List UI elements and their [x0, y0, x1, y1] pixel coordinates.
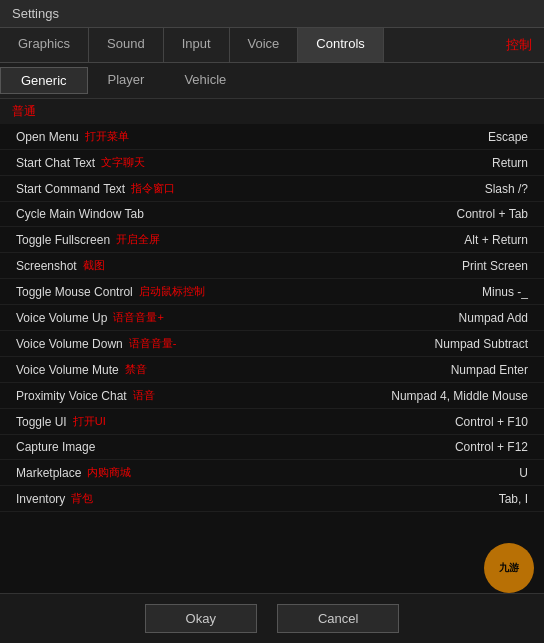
footer-buttons: Okay Cancel [0, 593, 544, 643]
bindings-container[interactable]: Open Menu打开菜单EscapeStart Chat Text文字聊天Re… [0, 124, 544, 614]
binding-action-11: Toggle UI打开UI [16, 414, 106, 429]
tab-controls[interactable]: Controls [298, 28, 383, 62]
binding-action-zh-2: 指令窗口 [131, 181, 175, 196]
binding-action-4: Toggle Fullscreen开启全屏 [16, 232, 160, 247]
binding-key-8: Numpad Subtract [435, 337, 528, 351]
binding-row-3[interactable]: Cycle Main Window TabControl + Tab [0, 202, 544, 227]
binding-row-9[interactable]: Voice Volume Mute禁音Numpad Enter [0, 357, 544, 383]
binding-action-zh-14: 背包 [71, 491, 93, 506]
binding-action-label-1: Start Chat Text [16, 156, 95, 170]
binding-key-0: Escape [488, 130, 528, 144]
binding-action-1: Start Chat Text文字聊天 [16, 155, 145, 170]
binding-action-8: Voice Volume Down语音音量- [16, 336, 176, 351]
binding-row-8[interactable]: Voice Volume Down语音音量-Numpad Subtract [0, 331, 544, 357]
binding-action-label-13: Marketplace [16, 466, 81, 480]
binding-action-zh-0: 打开菜单 [85, 129, 129, 144]
binding-action-label-8: Voice Volume Down [16, 337, 123, 351]
binding-row-11[interactable]: Toggle UI打开UIControl + F10 [0, 409, 544, 435]
sub-tabs-row: GenericPlayerVehicle [0, 63, 544, 99]
binding-key-7: Numpad Add [459, 311, 528, 325]
binding-action-label-9: Voice Volume Mute [16, 363, 119, 377]
binding-row-0[interactable]: Open Menu打开菜单Escape [0, 124, 544, 150]
window-title: Settings [12, 6, 59, 21]
cancel-button[interactable]: Cancel [277, 604, 399, 633]
binding-row-12[interactable]: Capture ImageControl + F12 [0, 435, 544, 460]
binding-row-14[interactable]: Inventory背包Tab, I [0, 486, 544, 512]
binding-action-zh-5: 截图 [83, 258, 105, 273]
tab-input[interactable]: Input [164, 28, 230, 62]
binding-key-3: Control + Tab [457, 207, 529, 221]
binding-action-zh-7: 语音音量+ [113, 310, 163, 325]
binding-key-10: Numpad 4, Middle Mouse [391, 389, 528, 403]
okay-button[interactable]: Okay [145, 604, 257, 633]
binding-key-14: Tab, I [499, 492, 528, 506]
binding-action-13: Marketplace内购商城 [16, 465, 131, 480]
binding-action-label-5: Screenshot [16, 259, 77, 273]
tab-voice[interactable]: Voice [230, 28, 299, 62]
binding-row-10[interactable]: Proximity Voice Chat语音Numpad 4, Middle M… [0, 383, 544, 409]
binding-action-label-11: Toggle UI [16, 415, 67, 429]
binding-action-10: Proximity Voice Chat语音 [16, 388, 155, 403]
binding-key-5: Print Screen [462, 259, 528, 273]
binding-action-3: Cycle Main Window Tab [16, 207, 144, 221]
binding-action-7: Voice Volume Up语音音量+ [16, 310, 164, 325]
tabs-row: GraphicsSoundInputVoiceControls 控制 [0, 28, 544, 63]
sub-tab-vehicle[interactable]: Vehicle [164, 67, 246, 94]
watermark: 九游 [484, 543, 534, 593]
sub-tab-player[interactable]: Player [88, 67, 165, 94]
binding-action-2: Start Command Text指令窗口 [16, 181, 175, 196]
binding-action-zh-9: 禁音 [125, 362, 147, 377]
binding-action-label-12: Capture Image [16, 440, 95, 454]
binding-key-13: U [519, 466, 528, 480]
binding-action-14: Inventory背包 [16, 491, 93, 506]
binding-action-5: Screenshot截图 [16, 258, 105, 273]
binding-action-zh-8: 语音音量- [129, 336, 177, 351]
tab-graphics[interactable]: Graphics [0, 28, 89, 62]
binding-action-label-7: Voice Volume Up [16, 311, 107, 325]
binding-action-zh-6: 启动鼠标控制 [139, 284, 205, 299]
binding-key-6: Minus -_ [482, 285, 528, 299]
binding-key-12: Control + F12 [455, 440, 528, 454]
binding-action-label-0: Open Menu [16, 130, 79, 144]
binding-row-2[interactable]: Start Command Text指令窗口Slash /? [0, 176, 544, 202]
tab-sound[interactable]: Sound [89, 28, 164, 62]
binding-action-zh-11: 打开UI [73, 414, 106, 429]
binding-row-1[interactable]: Start Chat Text文字聊天Return [0, 150, 544, 176]
binding-row-6[interactable]: Toggle Mouse Control启动鼠标控制Minus -_ [0, 279, 544, 305]
binding-key-2: Slash /? [485, 182, 528, 196]
binding-action-label-6: Toggle Mouse Control [16, 285, 133, 299]
controls-zh-label: 控制 [494, 28, 544, 62]
section-label: 普通 [0, 99, 544, 124]
binding-row-7[interactable]: Voice Volume Up语音音量+Numpad Add [0, 305, 544, 331]
binding-key-4: Alt + Return [464, 233, 528, 247]
binding-action-6: Toggle Mouse Control启动鼠标控制 [16, 284, 205, 299]
binding-action-zh-13: 内购商城 [87, 465, 131, 480]
binding-action-12: Capture Image [16, 440, 95, 454]
binding-action-label-14: Inventory [16, 492, 65, 506]
binding-action-9: Voice Volume Mute禁音 [16, 362, 147, 377]
binding-action-zh-4: 开启全屏 [116, 232, 160, 247]
sub-tab-generic[interactable]: Generic [0, 67, 88, 94]
binding-action-label-2: Start Command Text [16, 182, 125, 196]
binding-action-label-4: Toggle Fullscreen [16, 233, 110, 247]
binding-row-5[interactable]: Screenshot截图Print Screen [0, 253, 544, 279]
binding-row-13[interactable]: Marketplace内购商城U [0, 460, 544, 486]
title-bar: Settings [0, 0, 544, 28]
binding-action-label-3: Cycle Main Window Tab [16, 207, 144, 221]
binding-action-zh-1: 文字聊天 [101, 155, 145, 170]
binding-key-1: Return [492, 156, 528, 170]
binding-action-zh-10: 语音 [133, 388, 155, 403]
binding-action-0: Open Menu打开菜单 [16, 129, 129, 144]
binding-key-11: Control + F10 [455, 415, 528, 429]
binding-row-4[interactable]: Toggle Fullscreen开启全屏Alt + Return [0, 227, 544, 253]
binding-key-9: Numpad Enter [451, 363, 528, 377]
binding-action-label-10: Proximity Voice Chat [16, 389, 127, 403]
